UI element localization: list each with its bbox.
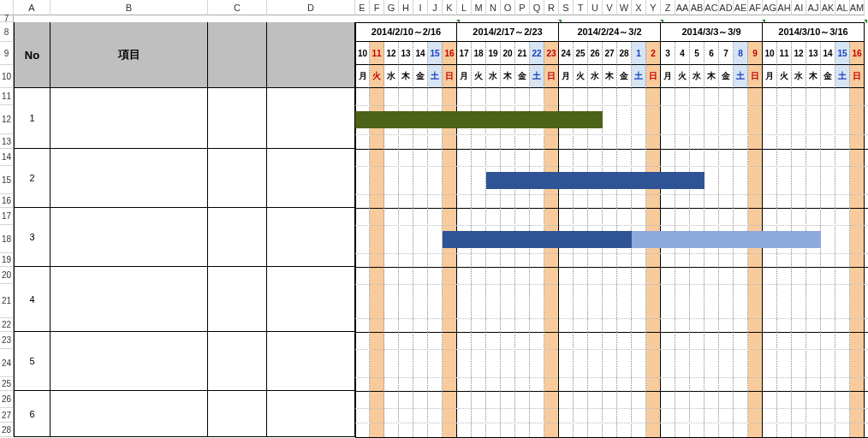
gantt-day-cell[interactable] (850, 88, 865, 149)
gantt-day-cell[interactable] (355, 391, 370, 437)
gantt-row[interactable] (355, 208, 868, 268)
task-cell[interactable] (51, 332, 208, 391)
gantt-day-cell[interactable] (705, 267, 719, 332)
gantt-day-cell[interactable] (515, 267, 530, 332)
gantt-day-cell[interactable] (617, 391, 632, 437)
col-header[interactable]: L (457, 0, 472, 15)
gantt-day-cell[interactable] (675, 88, 690, 149)
gantt-day-cell[interactable] (428, 332, 443, 391)
gantt-day-cell[interactable] (675, 391, 690, 437)
gantt-day-cell[interactable] (384, 208, 399, 267)
gantt-day-cell[interactable] (443, 267, 457, 332)
gantt-day-cell[interactable] (777, 149, 792, 208)
col-header[interactable]: D (267, 0, 355, 15)
gantt-day-cell[interactable] (370, 391, 384, 437)
gantt-day-cell[interactable] (574, 267, 588, 332)
gantt-day-cell[interactable] (835, 88, 850, 149)
gantt-day-cell[interactable] (675, 267, 690, 332)
gantt-day-cell[interactable] (792, 88, 806, 149)
gantt-day-cell[interactable] (413, 149, 428, 208)
gantt-day-cell[interactable] (632, 88, 646, 149)
col-header[interactable]: AB (690, 0, 705, 15)
gantt-day-cell[interactable] (355, 149, 370, 208)
col-header[interactable]: Y (646, 0, 661, 15)
gantt-day-cell[interactable] (719, 267, 734, 332)
gantt-day-cell[interactable] (384, 267, 399, 332)
gantt-pane[interactable]: 2014/2/10～2/162014/2/17～2/232014/2/24～3/… (355, 15, 868, 438)
gantt-day-cell[interactable] (777, 267, 792, 332)
gantt-day-cell[interactable] (588, 267, 603, 332)
gantt-day-cell[interactable] (821, 208, 835, 267)
gantt-day-cell[interactable] (355, 332, 370, 391)
task-no-cell[interactable]: 1 (14, 88, 51, 149)
col-header[interactable]: Q (530, 0, 544, 15)
col-header[interactable]: R (544, 0, 559, 15)
gantt-day-cell[interactable] (777, 391, 792, 437)
col-header[interactable]: O (501, 0, 515, 15)
col-header[interactable]: AC (705, 0, 719, 15)
gantt-day-cell[interactable] (632, 332, 646, 391)
gantt-day-cell[interactable] (574, 391, 588, 437)
gantt-day-cell[interactable] (457, 267, 472, 332)
gantt-day-cell[interactable] (850, 208, 865, 267)
gantt-day-cell[interactable] (690, 88, 705, 149)
gantt-day-cell[interactable] (603, 391, 617, 437)
row-header[interactable]: 24 (0, 349, 14, 377)
task-cell[interactable] (51, 149, 208, 208)
gantt-day-cell[interactable] (850, 149, 865, 208)
col-header[interactable]: AH (777, 0, 792, 15)
gantt-day-cell[interactable] (413, 267, 428, 332)
row-header[interactable]: 23 (0, 332, 14, 349)
task-cell[interactable] (267, 149, 355, 208)
row-header[interactable]: 12 (0, 105, 14, 134)
gantt-day-cell[interactable] (413, 391, 428, 437)
task-cell[interactable] (267, 391, 355, 437)
grid-area[interactable]: No 項目 123456 2014/2/10～2/162014/2/17～2/2… (14, 15, 868, 438)
gantt-row[interactable] (355, 332, 868, 392)
gantt-day-cell[interactable] (399, 332, 413, 391)
col-header[interactable]: AG (763, 0, 777, 15)
gantt-day-cell[interactable] (821, 88, 835, 149)
col-header[interactable]: AD (719, 0, 734, 15)
gantt-day-cell[interactable] (835, 267, 850, 332)
row-header[interactable]: 14 (0, 149, 14, 166)
gantt-day-cell[interactable] (705, 332, 719, 391)
col-header[interactable]: J (428, 0, 443, 15)
col-header[interactable]: M (472, 0, 486, 15)
row-header[interactable]: 18 (0, 225, 14, 253)
gantt-day-cell[interactable] (850, 391, 865, 437)
gantt-day-cell[interactable] (632, 391, 646, 437)
gantt-day-cell[interactable] (530, 391, 544, 437)
gantt-day-cell[interactable] (690, 391, 705, 437)
gantt-day-cell[interactable] (763, 332, 777, 391)
gantt-day-cell[interactable] (821, 267, 835, 332)
col-header[interactable]: T (574, 0, 588, 15)
gantt-day-cell[interactable] (399, 391, 413, 437)
col-header[interactable]: C (208, 0, 267, 15)
gantt-day-cell[interactable] (574, 332, 588, 391)
task-cell[interactable] (51, 267, 208, 332)
gantt-day-cell[interactable] (370, 208, 384, 267)
gantt-day-cell[interactable] (661, 332, 675, 391)
spreadsheet[interactable]: A B C D E F G H I J K L M N O P Q R S T … (0, 0, 868, 438)
row-header[interactable]: 13 (0, 134, 14, 149)
gantt-day-cell[interactable] (515, 391, 530, 437)
row-header[interactable]: 16 (0, 194, 14, 208)
gantt-row[interactable] (355, 267, 868, 333)
gantt-day-cell[interactable] (515, 332, 530, 391)
col-header[interactable]: P (515, 0, 530, 15)
gantt-day-cell[interactable] (705, 391, 719, 437)
col-header[interactable]: AE (734, 0, 748, 15)
gantt-day-cell[interactable] (413, 332, 428, 391)
gantt-day-cell[interactable] (734, 332, 748, 391)
gantt-day-cell[interactable] (370, 332, 384, 391)
col-header[interactable]: N (486, 0, 501, 15)
gantt-row[interactable] (355, 149, 868, 209)
gantt-bar[interactable] (632, 231, 821, 248)
gantt-day-cell[interactable] (661, 267, 675, 332)
gantt-day-cell[interactable] (617, 88, 632, 149)
task-no-cell[interactable]: 3 (14, 208, 51, 267)
task-no-cell[interactable]: 6 (14, 391, 51, 437)
row-header[interactable]: 27 (0, 408, 14, 423)
row-header[interactable]: 15 (0, 166, 14, 194)
